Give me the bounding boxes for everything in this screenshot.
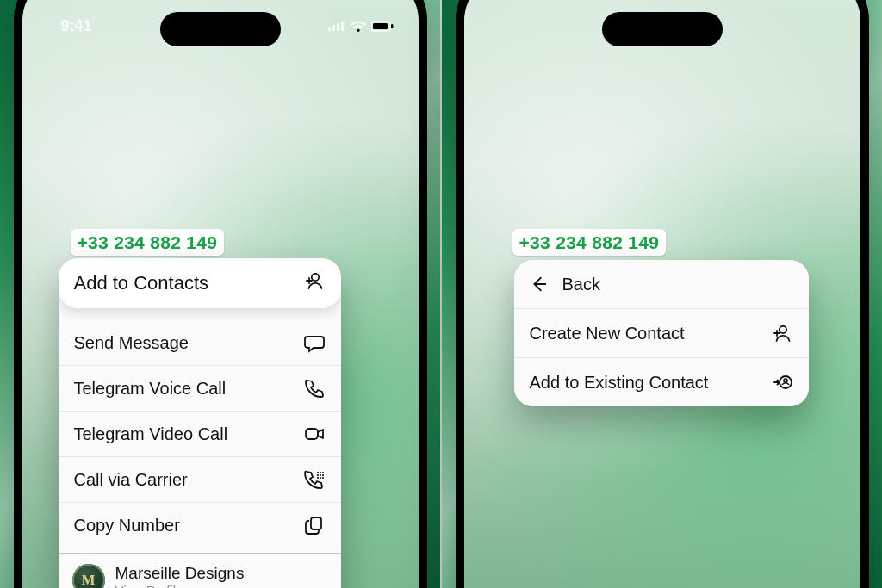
menu-item-copy-number[interactable]: Copy Number bbox=[59, 503, 341, 548]
left-panel: 9:41 +33 234 882 149 Add to Contacts bbox=[0, 0, 440, 588]
menu-item-add-to-existing[interactable]: Add to Existing Contact bbox=[514, 358, 809, 406]
chat-bubble-icon bbox=[303, 331, 326, 354]
menu-item-back[interactable]: Back bbox=[514, 260, 809, 309]
wifi-icon bbox=[351, 21, 366, 33]
add-to-contacts-submenu: Back Create New Contact Add to Existing … bbox=[514, 260, 809, 406]
avatar: M bbox=[72, 564, 105, 588]
contact-result-card[interactable]: M Marseille Designs View Profile › bbox=[59, 553, 341, 588]
menu-item-carrier-call[interactable]: Call via Carrier bbox=[59, 457, 341, 503]
phone-screen-right: +33 234 882 149 Back Create New Contact … bbox=[464, 0, 860, 588]
phone-screen-left: 9:41 +33 234 882 149 Add to Contacts bbox=[22, 0, 419, 588]
menu-item-voice-call[interactable]: Telegram Voice Call bbox=[59, 366, 341, 412]
signal-icon bbox=[328, 21, 345, 32]
video-icon bbox=[303, 423, 326, 445]
merge-contact-icon bbox=[771, 371, 793, 393]
battery-icon bbox=[371, 21, 394, 33]
context-menu: Add to Contacts Send Message Telegram Vo… bbox=[59, 258, 341, 588]
add-person-icon bbox=[771, 322, 793, 344]
add-person-icon bbox=[303, 270, 326, 296]
back-arrow-icon bbox=[528, 273, 550, 295]
menu-header-label: Add to Contacts bbox=[74, 272, 209, 294]
phone-frame-right: +33 234 882 149 Back Create New Contact … bbox=[456, 0, 869, 588]
phone-number-chip[interactable]: +33 234 882 149 bbox=[512, 229, 667, 256]
menu-item-send-message[interactable]: Send Message bbox=[59, 320, 341, 366]
menu-item-video-call[interactable]: Telegram Video Call bbox=[59, 412, 341, 457]
right-panel: +33 234 882 149 Back Create New Contact … bbox=[440, 0, 882, 588]
menu-item-create-new-contact[interactable]: Create New Contact bbox=[514, 309, 809, 358]
phone-frame-left: 9:41 +33 234 882 149 Add to Contacts bbox=[14, 0, 427, 588]
dynamic-island bbox=[160, 12, 281, 46]
copy-icon bbox=[303, 514, 326, 536]
contact-subtitle: View Profile › bbox=[115, 583, 245, 588]
menu-item-add-to-contacts[interactable]: Add to Contacts bbox=[59, 258, 341, 308]
phone-number-chip[interactable]: +33 234 882 149 bbox=[71, 229, 225, 256]
contact-title: Marseille Designs bbox=[115, 564, 245, 583]
dynamic-island bbox=[602, 12, 723, 46]
status-time: 9:41 bbox=[47, 17, 107, 35]
phone-keypad-icon bbox=[303, 468, 326, 491]
phone-icon bbox=[303, 377, 326, 399]
